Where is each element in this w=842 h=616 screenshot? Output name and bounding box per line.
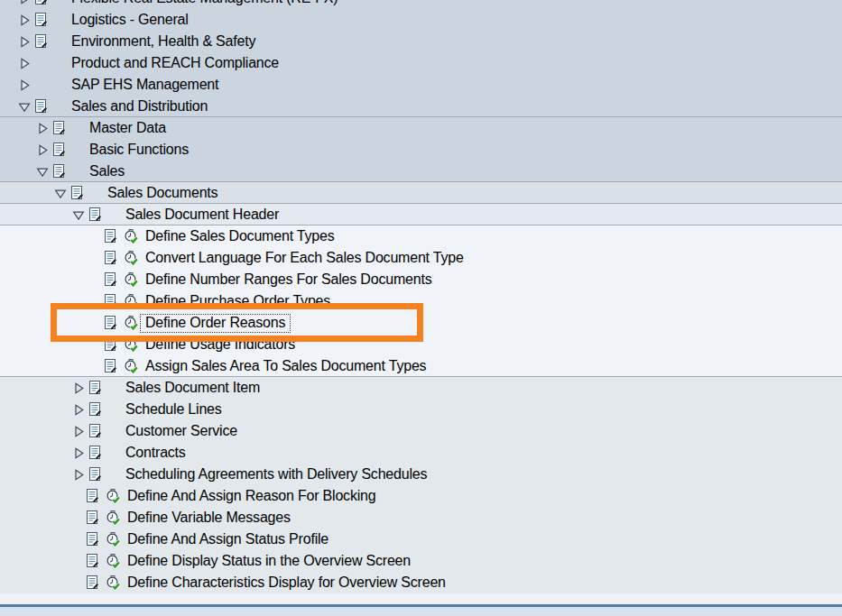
- execute-activity-icon[interactable]: [106, 554, 120, 569]
- expand-toggle-icon[interactable]: [36, 122, 49, 134]
- tree-row[interactable]: Sales and Distribution: [0, 96, 842, 117]
- execute-activity-icon[interactable]: [124, 251, 138, 266]
- expand-toggle-icon[interactable]: [72, 468, 85, 481]
- tree-row-label[interactable]: Define And Assign Reason For Blocking: [127, 488, 375, 504]
- expand-toggle-icon[interactable]: [36, 143, 49, 156]
- tree-row[interactable]: Assign Sales Area To Sales Document Type…: [0, 355, 842, 377]
- execute-activity-icon[interactable]: [106, 510, 120, 526]
- tree-row[interactable]: Define Number Ranges For Sales Documents: [0, 269, 842, 290]
- expand-toggle-icon[interactable]: [72, 382, 85, 394]
- document-icon[interactable]: [86, 510, 99, 526]
- tree-row[interactable]: Sales Documents: [0, 182, 842, 204]
- document-icon[interactable]: [52, 143, 66, 158]
- execute-activity-icon[interactable]: [106, 575, 120, 591]
- tree-row[interactable]: Sales: [0, 161, 842, 182]
- tree-row[interactable]: Define Characteristics Display for Overv…: [0, 572, 842, 593]
- execute-activity-icon[interactable]: [124, 294, 138, 309]
- expand-toggle-icon[interactable]: [72, 208, 85, 221]
- document-icon[interactable]: [70, 186, 84, 201]
- tree-row-label[interactable]: Define Usage Indicators: [145, 336, 295, 353]
- expand-toggle-icon[interactable]: [72, 403, 85, 416]
- tree-row-label[interactable]: Define Display Status in the Overview Sc…: [127, 553, 411, 569]
- expand-toggle-icon[interactable]: [18, 14, 31, 26]
- expand-toggle-icon[interactable]: [54, 187, 67, 199]
- tree-row-label[interactable]: Scheduling Agreements with Delivery Sche…: [125, 466, 427, 483]
- tree-row-label[interactable]: Sales and Distribution: [71, 98, 208, 115]
- tree-row-label[interactable]: Customer Service: [125, 423, 237, 439]
- tree-row-label[interactable]: Define Purchase Order Types: [145, 293, 330, 309]
- document-icon[interactable]: [104, 251, 117, 266]
- tree-row-label[interactable]: Define Sales Document Types: [145, 228, 335, 244]
- tree-row-label[interactable]: Assign Sales Area To Sales Document Type…: [145, 358, 426, 374]
- expand-toggle-icon[interactable]: [18, 100, 31, 113]
- tree-row-label[interactable]: Define Characteristics Display for Overv…: [127, 575, 446, 591]
- tree-row[interactable]: Customer Service: [0, 420, 842, 442]
- document-icon[interactable]: [104, 294, 117, 309]
- tree-row-label[interactable]: Define Number Ranges For Sales Documents: [145, 271, 431, 288]
- tree-row-label[interactable]: Sales Documents: [107, 185, 217, 201]
- expand-toggle-icon[interactable]: [72, 446, 85, 459]
- document-icon[interactable]: [52, 164, 66, 179]
- tree-row[interactable]: Define Usage Indicators: [0, 334, 842, 355]
- tree-row[interactable]: Sales Document Item: [0, 377, 842, 399]
- execute-activity-icon[interactable]: [124, 316, 138, 331]
- tree-row[interactable]: Define Order Reasons: [0, 312, 842, 334]
- tree-row[interactable]: Convert Language For Each Sales Document…: [0, 247, 842, 269]
- document-icon[interactable]: [86, 489, 99, 504]
- document-icon[interactable]: [88, 402, 102, 418]
- tree-row-label[interactable]: Sales: [89, 163, 125, 179]
- tree-row-label[interactable]: Schedule Lines: [125, 401, 222, 418]
- document-icon[interactable]: [34, 0, 48, 6]
- document-icon[interactable]: [104, 359, 117, 374]
- tree-row-label[interactable]: Logistics - General: [71, 12, 189, 28]
- document-icon[interactable]: [34, 13, 48, 28]
- execute-activity-icon[interactable]: [124, 359, 138, 374]
- document-icon[interactable]: [88, 424, 102, 439]
- tree-row[interactable]: Logistics - General: [0, 9, 842, 31]
- tree-row-label[interactable]: Environment, Health & Safety: [71, 33, 255, 50]
- document-icon[interactable]: [104, 316, 117, 331]
- tree-row[interactable]: Define And Assign Reason For Blocking: [0, 485, 842, 507]
- expand-toggle-icon[interactable]: [18, 35, 31, 48]
- document-icon[interactable]: [104, 337, 117, 353]
- tree-row[interactable]: Sales Document Header: [0, 204, 842, 225]
- tree-row-label[interactable]: Convert Language For Each Sales Document…: [145, 250, 464, 266]
- tree-row[interactable]: Define Display Status in the Overview Sc…: [0, 550, 842, 572]
- execute-activity-icon[interactable]: [106, 489, 120, 504]
- tree-row[interactable]: Define Sales Document Types: [0, 225, 842, 247]
- expand-toggle-icon[interactable]: [18, 57, 31, 69]
- tree-row[interactable]: Product and REACH Compliance: [0, 52, 842, 74]
- tree-row-label[interactable]: Sales Document Header: [125, 207, 279, 223]
- document-icon[interactable]: [34, 99, 48, 115]
- tree-row-label[interactable]: Product and REACH Compliance: [71, 55, 279, 71]
- expand-toggle-icon[interactable]: [72, 425, 85, 437]
- document-icon[interactable]: [88, 467, 102, 483]
- tree-row[interactable]: Schedule Lines: [0, 399, 842, 420]
- tree-row[interactable]: Flexible Real Estate Management (RE-FX): [0, 0, 842, 9]
- tree-row-label[interactable]: Basic Functions: [89, 142, 189, 158]
- tree-row-label[interactable]: Define Order Reasons: [140, 314, 291, 333]
- execute-activity-icon[interactable]: [124, 229, 138, 244]
- document-icon[interactable]: [104, 229, 117, 244]
- document-icon[interactable]: [88, 446, 102, 461]
- execute-activity-icon[interactable]: [124, 272, 138, 288]
- tree-row-label[interactable]: Sales Document Item: [125, 380, 260, 396]
- tree-row-label[interactable]: Define And Assign Status Profile: [127, 531, 328, 547]
- execute-activity-icon[interactable]: [124, 337, 138, 353]
- tree-row[interactable]: Basic Functions: [0, 139, 842, 161]
- tree-row[interactable]: Define And Assign Status Profile: [0, 529, 842, 550]
- tree-row-label[interactable]: Contracts: [125, 445, 186, 461]
- tree-row-label[interactable]: Master Data: [89, 120, 166, 136]
- document-icon[interactable]: [88, 207, 102, 223]
- tree-row[interactable]: Define Purchase Order Types: [0, 290, 842, 312]
- document-icon[interactable]: [86, 532, 99, 547]
- document-icon[interactable]: [88, 381, 102, 396]
- expand-toggle-icon[interactable]: [36, 165, 49, 178]
- execute-activity-icon[interactable]: [106, 532, 120, 547]
- document-icon[interactable]: [52, 121, 66, 136]
- tree-row-label[interactable]: Define Variable Messages: [127, 510, 291, 526]
- tree-row-label[interactable]: Flexible Real Estate Management (RE-FX): [71, 0, 338, 6]
- document-icon[interactable]: [86, 554, 99, 569]
- document-icon[interactable]: [104, 272, 117, 288]
- document-icon[interactable]: [86, 575, 99, 591]
